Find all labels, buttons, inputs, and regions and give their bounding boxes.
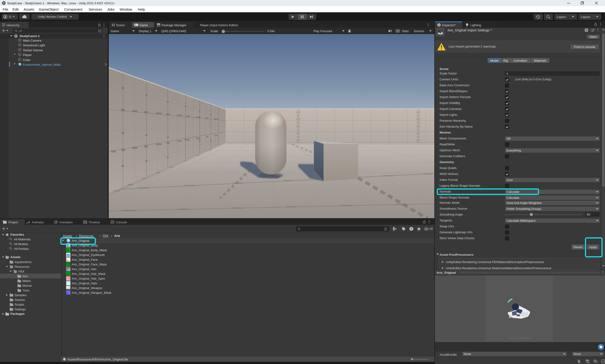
svg-text:?: ? — [586, 29, 587, 32]
